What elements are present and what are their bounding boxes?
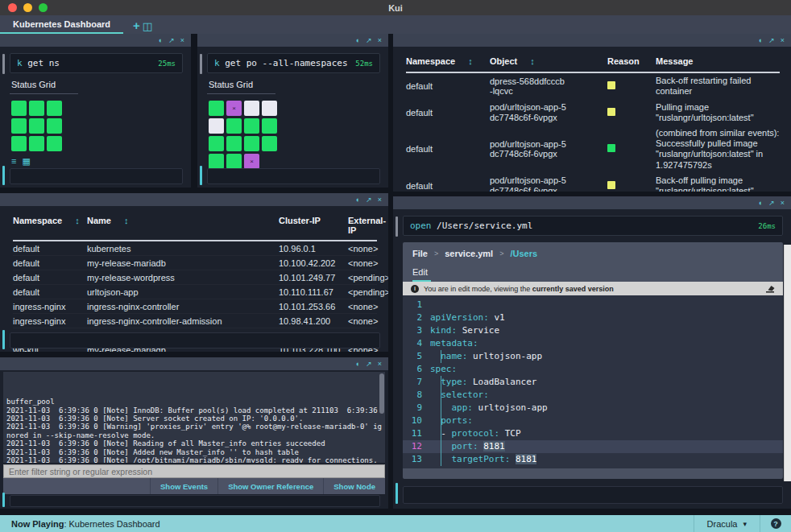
table-row[interactable]: defaultdpress-568ddfcccb -lqcvcBack-off … [406, 73, 780, 99]
code-token: urltojson-app [473, 402, 548, 413]
close-icon[interactable]: × [781, 37, 785, 44]
status-grid-tab[interactable]: Status Grid [10, 80, 78, 94]
status-cell-ok[interactable] [29, 136, 44, 151]
command-input[interactable] [207, 168, 380, 184]
close-window-button[interactable] [8, 3, 17, 12]
popout-icon[interactable]: ↗ [768, 200, 775, 207]
theme-selector[interactable]: Dracula ▾ [694, 515, 760, 532]
status-cell-ok[interactable] [47, 118, 62, 134]
status-cell-ok[interactable] [226, 118, 242, 134]
table-row[interactable]: ingress-nginxingress-nginx-controller10.… [13, 299, 377, 314]
split-view-icon[interactable]: ◫ [143, 21, 152, 31]
popout-icon[interactable]: ↗ [366, 37, 372, 44]
show-events-button[interactable]: Show Events [150, 478, 217, 494]
tab-edit[interactable]: Edit [412, 267, 431, 282]
popout-icon[interactable]: ↗ [168, 37, 175, 44]
theme-icon[interactable]: ◐ [356, 37, 360, 44]
code-editor[interactable]: 12apiVersion: v13kind: Service4metadata:… [403, 295, 783, 468]
column-header-object[interactable]: Object↕ [490, 56, 607, 67]
theme-icon[interactable]: ◐ [159, 37, 163, 44]
command-input[interactable] [10, 495, 380, 507]
sort-icon[interactable]: ↕ [530, 56, 535, 66]
status-cell-ok[interactable] [11, 101, 27, 116]
status-cell-ok[interactable] [262, 118, 277, 134]
table-row[interactable]: ingress-nginxingress-nginx-controller-ad… [13, 314, 377, 328]
grid-view-icon[interactable]: ▦ [22, 157, 30, 166]
new-tab-icon[interactable]: + [133, 19, 140, 31]
sort-icon[interactable]: ↕ [75, 216, 80, 225]
status-cell-error[interactable]: × [244, 154, 259, 169]
cell-external-ip: <none> [348, 244, 378, 254]
popout-icon[interactable]: ↗ [768, 37, 775, 44]
close-icon[interactable]: × [378, 361, 382, 368]
editor-card: File>service.yml>/Users Edit i You are i… [403, 242, 783, 479]
help-button[interactable]: ? [760, 515, 791, 532]
status-cell-ok[interactable] [11, 118, 27, 134]
table-row[interactable]: defaultpod/urltojson-app-5 dc7748c6f-6vp… [406, 100, 780, 126]
status-cell-ok[interactable] [244, 118, 259, 134]
cell-cluster-ip: 10.98.41.200 [279, 316, 348, 326]
breadcrumb-item[interactable]: File [412, 249, 428, 258]
editor-scrollbar[interactable] [784, 245, 791, 481]
highlighted-value: 8181 [483, 441, 505, 452]
breadcrumb-item[interactable]: service.yml [445, 249, 493, 258]
close-icon[interactable]: × [378, 37, 382, 44]
popout-icon[interactable]: ↗ [366, 361, 372, 368]
list-view-icon[interactable]: ≡ [11, 157, 16, 166]
editor-card-header: File>service.yml>/Users Edit [403, 242, 783, 282]
clear-icon[interactable] [766, 285, 775, 293]
command-input[interactable] [10, 332, 380, 348]
tab-kubernetes-dashboard[interactable]: Kubernetes Dashboard [0, 17, 123, 34]
table-row[interactable]: defaultkubernetes10.96.0.1<none> [13, 241, 377, 256]
status-cell-pending[interactable] [244, 101, 259, 116]
status-cell-ok[interactable] [11, 136, 27, 151]
sort-icon[interactable]: ↕ [468, 56, 473, 66]
close-icon[interactable]: × [781, 200, 785, 207]
status-cell-ok[interactable] [226, 136, 242, 151]
command-input[interactable] [10, 168, 183, 184]
table-row[interactable]: defaulturltojson-app10.110.111.67<pendin… [13, 285, 377, 299]
minimize-window-button[interactable] [23, 3, 32, 12]
close-icon[interactable]: × [180, 37, 184, 44]
log-filter-input[interactable] [3, 464, 385, 478]
table-row[interactable]: defaultpod/urltojson-app-5 dc7748c6f-6vp… [406, 173, 780, 192]
sort-icon[interactable]: ↕ [124, 216, 129, 225]
theme-icon[interactable]: ◐ [759, 37, 763, 44]
theme-icon[interactable]: ◐ [759, 200, 763, 207]
code-line: 5 name: urltojson-app [403, 350, 783, 363]
breadcrumb-item[interactable]: /Users [510, 249, 537, 258]
table-row[interactable]: defaultpod/urltojson-app-5 dc7748c6f-6vp… [406, 126, 780, 173]
status-cell-ok[interactable] [29, 101, 44, 116]
status-cell-error[interactable]: × [226, 101, 242, 116]
status-cell-ok[interactable] [47, 136, 62, 151]
show-node-button[interactable]: Show Node [323, 478, 385, 494]
status-cell-ok[interactable] [209, 154, 224, 169]
status-cell-ok[interactable] [209, 136, 224, 151]
code-token: apiVersion: [430, 312, 489, 323]
close-icon[interactable]: × [378, 196, 382, 204]
code-token [430, 415, 441, 426]
status-cell-ok[interactable] [29, 118, 44, 134]
status-cell-ok[interactable] [262, 136, 277, 151]
maximize-window-button[interactable] [39, 3, 48, 12]
status-cell-ok[interactable] [47, 101, 62, 116]
status-cell-pending[interactable] [209, 118, 224, 134]
status-grid-tab[interactable]: Status Grid [207, 80, 275, 94]
status-cell-pending[interactable] [262, 101, 277, 116]
cell-external-ip: <none> [348, 316, 378, 326]
table-row[interactable]: defaultmy-release-mariadb10.100.42.202<n… [13, 256, 377, 270]
column-header-namespace[interactable]: Namespace↕ [406, 56, 490, 67]
theme-icon[interactable]: ◐ [356, 361, 360, 368]
popout-icon[interactable]: ↗ [366, 196, 372, 204]
column-header-name[interactable]: Name↕ [87, 216, 279, 235]
show-owner-reference-button[interactable]: Show Owner Reference [217, 478, 323, 494]
theme-icon[interactable]: ◐ [356, 196, 360, 204]
column-header-namespace[interactable]: Namespace↕ [13, 216, 87, 235]
status-cell-ok[interactable] [209, 101, 224, 116]
table-row[interactable]: defaultmy-release-wordpress10.101.249.77… [13, 270, 377, 285]
command-input[interactable] [403, 486, 783, 504]
status-cell-ok[interactable] [244, 136, 259, 151]
status-cell-ok[interactable] [226, 154, 242, 169]
log-scrollbar[interactable] [379, 373, 384, 414]
code-line-text: port: 8181 [430, 440, 505, 453]
